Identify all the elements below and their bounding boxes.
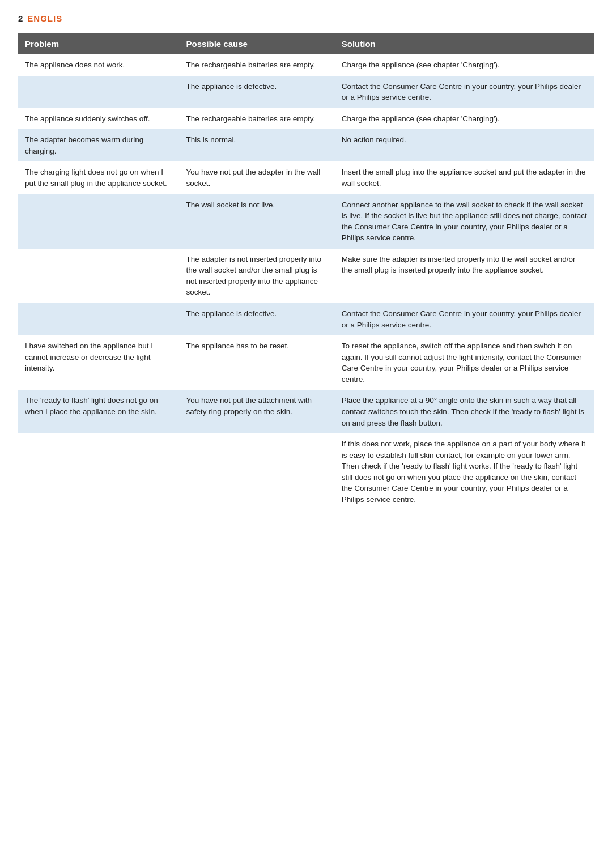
cell-cause: The wall socket is not live. <box>179 194 334 249</box>
cell-problem <box>18 303 179 335</box>
table-row: The appliance is defective.Contact the C… <box>18 76 594 108</box>
table-row: I have switched on the appliance but I c… <box>18 335 594 390</box>
table-row: The adapter is not inserted properly int… <box>18 249 594 303</box>
cell-cause <box>179 433 334 510</box>
col-header-problem: Problem <box>18 33 179 54</box>
cell-solution: No action required. <box>335 129 594 161</box>
table-row: The charging light does not go on when I… <box>18 161 594 194</box>
cell-problem: The appliance does not work. <box>18 54 179 76</box>
cell-problem: The 'ready to flash' light does not go o… <box>18 390 179 433</box>
cell-problem <box>18 76 179 108</box>
col-header-cause: Possible cause <box>179 33 334 54</box>
cell-cause: The appliance is defective. <box>179 303 334 335</box>
cell-problem <box>18 433 179 510</box>
cell-problem: The adapter becomes warm during charging… <box>18 129 179 161</box>
col-header-solution: Solution <box>335 33 594 54</box>
table-row: The appliance suddenly switches off.The … <box>18 108 594 130</box>
cell-cause: The appliance is defective. <box>179 76 334 108</box>
cell-cause: You have not put the adapter in the wall… <box>179 161 334 194</box>
cell-problem <box>18 194 179 249</box>
table-row: The adapter becomes warm during charging… <box>18 129 594 161</box>
cell-cause: The rechargeable batteries are empty. <box>179 108 334 130</box>
page-language: ENGLIS <box>27 14 62 23</box>
cell-cause: This is normal. <box>179 129 334 161</box>
cell-solution: Place the appliance at a 90° angle onto … <box>335 390 594 433</box>
table-row: If this does not work, place the applian… <box>18 433 594 510</box>
cell-problem <box>18 249 179 303</box>
page-header: 2 ENGLIS <box>18 14 594 23</box>
page-number: 2 <box>18 14 23 23</box>
cell-cause: You have not put the attachment with saf… <box>179 390 334 433</box>
cell-solution: Connect another appliance to the wall so… <box>335 194 594 249</box>
cell-problem: The charging light does not go on when I… <box>18 161 179 194</box>
table-row: The appliance is defective.Contact the C… <box>18 303 594 335</box>
troubleshooting-table: Problem Possible cause Solution The appl… <box>18 33 594 510</box>
table-row: The wall socket is not live.Connect anot… <box>18 194 594 249</box>
cell-solution: Charge the appliance (see chapter 'Charg… <box>335 54 594 76</box>
cell-problem: The appliance suddenly switches off. <box>18 108 179 130</box>
cell-cause: The adapter is not inserted properly int… <box>179 249 334 303</box>
table-header-row: Problem Possible cause Solution <box>18 33 594 54</box>
cell-solution: If this does not work, place the applian… <box>335 433 594 510</box>
cell-solution: Make sure the adapter is inserted proper… <box>335 249 594 303</box>
cell-solution: Contact the Consumer Care Centre in your… <box>335 76 594 108</box>
cell-solution: To reset the appliance, switch off the a… <box>335 335 594 390</box>
cell-solution: Insert the small plug into the appliance… <box>335 161 594 194</box>
cell-solution: Charge the appliance (see chapter 'Charg… <box>335 108 594 130</box>
cell-cause: The rechargeable batteries are empty. <box>179 54 334 76</box>
cell-problem: I have switched on the appliance but I c… <box>18 335 179 390</box>
table-row: The 'ready to flash' light does not go o… <box>18 390 594 433</box>
table-row: The appliance does not work.The recharge… <box>18 54 594 76</box>
cell-solution: Contact the Consumer Care Centre in your… <box>335 303 594 335</box>
cell-cause: The appliance has to be reset. <box>179 335 334 390</box>
